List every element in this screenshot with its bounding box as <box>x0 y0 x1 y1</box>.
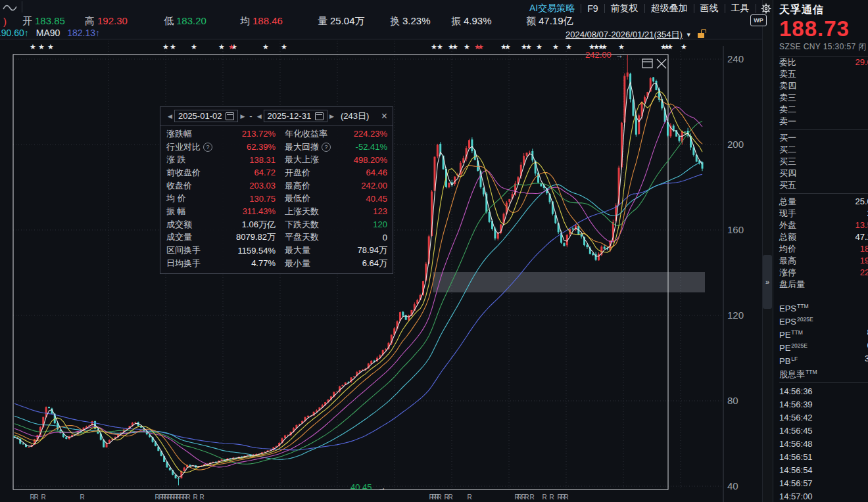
toolbar-item-5[interactable]: 画线 <box>694 3 725 14</box>
chevron-down-icon[interactable]: ▼ <box>686 32 692 38</box>
popup-stat-value: 6.64万 <box>350 258 387 269</box>
restore-window-icon[interactable] <box>642 59 652 68</box>
ex-dividend-marker[interactable]: R <box>193 493 197 501</box>
quote-field: 开183.85 <box>22 15 65 28</box>
event-star-icon[interactable]: ★ <box>525 43 532 51</box>
end-date-picker[interactable]: 2025-12-31 <box>264 110 328 122</box>
event-star-icon[interactable]: ★ <box>38 43 45 51</box>
event-star-icon[interactable]: ★ <box>30 43 36 51</box>
popup-stat-row: 行业对比?62.39%最大回撤?-52.41% <box>160 141 393 154</box>
unlock-icon[interactable] <box>698 33 704 38</box>
info-icon[interactable]: ? <box>322 143 331 152</box>
ex-dividend-marker[interactable]: R <box>467 493 471 501</box>
arrow-right-icon: → <box>378 483 386 492</box>
prev-arrow-icon[interactable]: ◀ <box>255 113 264 120</box>
popup-stat-value: 64.72 <box>222 168 276 177</box>
event-star-icon[interactable]: ★ <box>566 43 572 51</box>
order-ratio-row: 委比29.00 <box>779 57 868 68</box>
prev-arrow-icon[interactable]: ◀ <box>166 113 174 120</box>
quote-field-value: 183.85 <box>35 15 65 26</box>
ex-dividend-marker[interactable]: R <box>437 493 441 501</box>
info-icon[interactable]: ? <box>203 143 212 152</box>
event-star-icon[interactable]: ★ <box>504 43 511 51</box>
event-star-icon[interactable]: ★ <box>170 43 176 51</box>
event-star-icon[interactable]: ★ <box>437 43 443 51</box>
popup-stat-value: -52.41% <box>350 142 387 152</box>
event-star-icon[interactable]: ★ <box>191 43 197 51</box>
popup-stat-value: 62.39% <box>222 142 276 152</box>
event-star-icon[interactable]: ★ <box>477 43 484 51</box>
ex-dividend-marker[interactable]: R <box>80 493 84 501</box>
app-window: 2402001601208040★★★★★★★★★★★★★★★★★★★★★★★★… <box>0 0 868 502</box>
quote-field-label: 振 <box>451 15 461 26</box>
candle-body <box>526 152 528 156</box>
event-star-icon[interactable]: ★ <box>281 43 287 51</box>
valuation-sup: TTM <box>806 369 817 375</box>
panel-collapse-handle[interactable]: » <box>763 255 772 309</box>
toolbar-item-2[interactable]: F9 <box>581 3 604 14</box>
event-star-icon[interactable]: ★ <box>162 43 169 51</box>
ex-dividend-marker[interactable]: R <box>549 493 554 501</box>
popup-stat-label: 区间换手 <box>166 244 222 256</box>
ex-dividend-marker[interactable]: R <box>199 493 204 501</box>
panel-row-value: 221. <box>860 267 868 279</box>
wp-badge-icon[interactable]: WP <box>750 14 767 26</box>
toolbar-item-1[interactable]: AI交易策略 <box>523 3 581 14</box>
ex-dividend-marker[interactable]: R <box>41 493 45 501</box>
ma90-value: 182.13↑ <box>67 28 100 38</box>
candle-body <box>247 455 249 455</box>
popup-stat-row: 区间换手1159.54%最大量78.94万 <box>160 244 393 257</box>
app-logo-fragment <box>1 1 20 13</box>
event-star-icon[interactable]: ★ <box>681 43 687 51</box>
popup-stat-label: 平盘天数 <box>285 231 350 243</box>
popup-stat-value: 40.45 <box>350 194 387 204</box>
event-star-icon[interactable]: ★ <box>536 43 542 51</box>
ex-dividend-marker[interactable]: R <box>564 493 568 501</box>
quote-field-label: 均 <box>240 15 250 26</box>
popup-stat-label: 收盘价 <box>166 180 222 192</box>
next-arrow-icon[interactable]: ▶ <box>327 113 336 120</box>
ask-level-row: 卖四 <box>779 80 868 92</box>
calendar-icon[interactable] <box>315 112 324 120</box>
date-range-link[interactable]: 2024/08/07-2026/01/21(354日) <box>566 29 683 41</box>
tick-time-row: 14:56:36 <box>779 385 868 398</box>
event-star-icon[interactable]: ★ <box>618 43 625 51</box>
event-star-icon[interactable]: ★ <box>452 43 458 51</box>
event-star-icon[interactable]: ★ <box>262 43 269 51</box>
stat-row: 盘后量 <box>779 279 868 290</box>
event-star-icon[interactable]: ★ <box>464 43 470 51</box>
popup-stat-label: 下跌天数 <box>285 219 350 231</box>
ex-dividend-marker[interactable]: R <box>524 493 529 501</box>
calendar-icon[interactable] <box>226 112 234 120</box>
candle-body <box>178 478 180 479</box>
ex-dividend-marker[interactable]: R <box>542 493 546 501</box>
ex-dividend-marker[interactable]: R <box>529 493 534 501</box>
toolbar-item-3[interactable]: 前复权 <box>605 3 644 14</box>
end-date-value: 2025-12-31 <box>268 111 312 121</box>
panel-row-label: 买五 <box>779 179 796 191</box>
event-star-icon[interactable]: ★ <box>667 43 673 51</box>
panel-row-label: 卖二 <box>779 104 796 116</box>
panel-row-label: 买三 <box>779 156 796 168</box>
start-date-picker[interactable]: 2025-01-02 <box>174 110 239 122</box>
popup-stat-label: 振 幅 <box>166 206 222 217</box>
order-book: 委比29.00卖五卖四卖三卖二卖一买一买二买三买四买五 <box>779 57 868 194</box>
ex-dividend-marker[interactable]: R <box>185 493 190 501</box>
event-star-icon[interactable]: ★ <box>228 43 235 51</box>
popup-stat-row: 涨 跌138.31最大上涨498.20% <box>160 153 393 166</box>
valuation-stats: EPSTTM2.EPS2025E2.PETTM80PE2025E67PBLF30… <box>779 300 868 378</box>
event-star-icon[interactable]: ★ <box>218 43 225 51</box>
close-icon[interactable]: × <box>381 111 387 122</box>
toolbar-item-4[interactable]: 超级叠加 <box>645 3 694 14</box>
next-arrow-icon[interactable]: ▶ <box>238 113 247 120</box>
y-axis-label: 80 <box>727 395 738 406</box>
quote-field-label: 低 <box>164 15 174 26</box>
ex-dividend-marker[interactable]: R <box>34 493 38 501</box>
ex-dividend-marker[interactable]: R <box>448 493 452 501</box>
ask-level-row: 卖二 <box>779 104 868 116</box>
toolbar-item-6[interactable]: 工具 <box>725 3 756 14</box>
y-axis-label: 240 <box>727 53 744 64</box>
panel-row-value: 25.04 <box>855 196 868 208</box>
event-star-icon[interactable]: ★ <box>47 43 54 51</box>
event-star-icon[interactable]: ★ <box>552 43 559 51</box>
